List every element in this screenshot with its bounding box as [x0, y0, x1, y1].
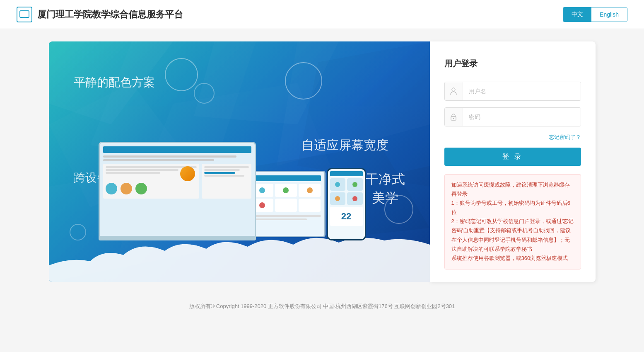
- lang-en-button[interactable]: English: [591, 7, 627, 22]
- forgot-password-section: 忘记密码了？: [444, 133, 581, 141]
- username-input[interactable]: [463, 82, 581, 100]
- phone-mockup: 22: [327, 168, 366, 240]
- svg-rect-0: [20, 11, 29, 17]
- login-title: 用户登录: [444, 58, 581, 69]
- language-switcher: 中文 English: [563, 7, 627, 22]
- footer-text: 版权所有© Copyright 1999-2020 正方软件股份有限公司 中国·…: [189, 303, 455, 309]
- lock-icon: [445, 108, 463, 126]
- laptop-mockup: [99, 142, 256, 240]
- main-content: 平静的配色方案 自适应屏幕宽度 跨设备浏览 干净式美学: [32, 29, 612, 294]
- username-input-group: [444, 82, 581, 101]
- login-panel: 用户登录 忘记密码了？ 登 录: [430, 41, 596, 282]
- devices-mockup: 22: [99, 142, 366, 240]
- banner-text-clean: 干净式美学: [365, 170, 405, 207]
- notice-box: 如遇系统访问缓慢或故障，建议清理下浏览器缓存再登录1：账号为学号或工号，初始密码…: [444, 174, 581, 269]
- forgot-password-link[interactable]: 忘记密码了？: [549, 134, 581, 140]
- lang-zh-button[interactable]: 中文: [563, 7, 591, 22]
- deco-circle-2: [194, 83, 215, 104]
- svg-point-14: [453, 118, 454, 119]
- deco-circle-1: [165, 58, 198, 91]
- user-icon: [445, 82, 463, 100]
- logo-icon: [17, 7, 32, 22]
- footer: 版权所有© Copyright 1999-2020 正方软件股份有限公司 中国·…: [0, 294, 644, 318]
- header: 厦门理工学院教学综合信息服务平台 中文 English: [0, 0, 644, 29]
- deco-circle-3: [285, 62, 322, 100]
- banner: 平静的配色方案 自适应屏幕宽度 跨设备浏览 干净式美学: [49, 41, 430, 282]
- site-title: 厦门理工学院教学综合信息服务平台: [37, 8, 183, 21]
- password-input[interactable]: [463, 108, 581, 126]
- login-button[interactable]: 登 录: [444, 148, 581, 166]
- header-left: 厦门理工学院教学综合信息服务平台: [17, 7, 183, 22]
- password-input-group: [444, 107, 581, 126]
- notice-text: 如遇系统访问缓慢或故障，建议清理下浏览器缓存再登录1：账号为学号或工号，初始密码…: [451, 182, 574, 261]
- svg-point-12: [452, 88, 455, 91]
- tablet-mockup: [247, 171, 326, 237]
- banner-text-calm-design: 平静的配色方案: [74, 75, 155, 90]
